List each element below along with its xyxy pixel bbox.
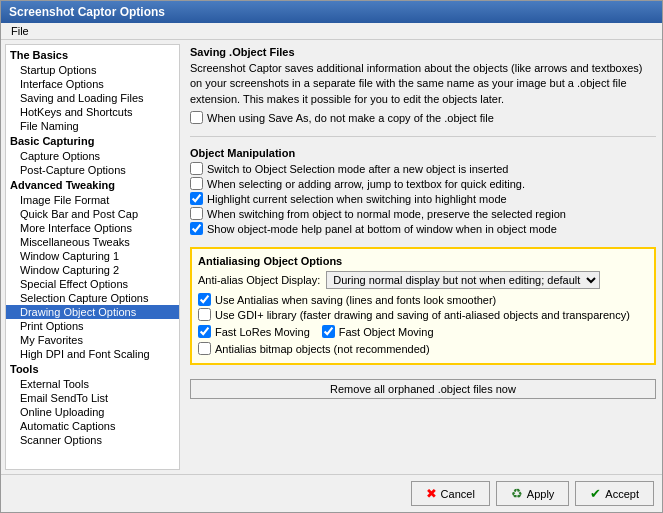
sidebar-item-interface[interactable]: Interface Options	[6, 77, 179, 91]
divider-1	[190, 136, 656, 137]
saving-description: Screenshot Captor saves additional infor…	[190, 61, 656, 107]
antialias-bitmap-checkbox[interactable]	[198, 342, 211, 355]
antialias-checkbox-label-0: Use Antialias when saving (lines and fon…	[215, 294, 496, 306]
obj-checkbox-row-2: Highlight current selection when switchi…	[190, 192, 656, 205]
title-bar: Screenshot Captor Options	[1, 1, 662, 23]
sidebar-item-more-interface[interactable]: More Interface Options	[6, 221, 179, 235]
sidebar-item-startup[interactable]: Startup Options	[6, 63, 179, 77]
fast-row: Fast LoRes Moving Fast Object Moving	[198, 323, 648, 340]
saving-section: Saving .Object Files Screenshot Captor s…	[190, 46, 656, 126]
sidebar-item-filenaming[interactable]: File Naming	[6, 119, 179, 133]
saving-checkbox-label-0: When using Save As, do not make a copy o…	[207, 112, 494, 124]
accept-icon: ✔	[590, 486, 601, 501]
fast-lores-row: Fast LoRes Moving	[198, 325, 310, 338]
sidebar-item-image-file-format[interactable]: Image File Format	[6, 193, 179, 207]
sidebar-item-hotkeys[interactable]: HotKeys and Shortcuts	[6, 105, 179, 119]
cancel-label: Cancel	[441, 488, 475, 500]
obj-checkbox-2[interactable]	[190, 192, 203, 205]
obj-checkbox-3[interactable]	[190, 207, 203, 220]
sidebar-item-scanner[interactable]: Scanner Options	[6, 433, 179, 447]
apply-button[interactable]: ♻ Apply	[496, 481, 570, 506]
sidebar-item-window-cap2[interactable]: Window Capturing 2	[6, 263, 179, 277]
obj-checkbox-1[interactable]	[190, 177, 203, 190]
obj-checkbox-label-4: Show object-mode help panel at bottom of…	[207, 223, 557, 235]
sidebar-item-saving[interactable]: Saving and Loading Files	[6, 91, 179, 105]
obj-checkbox-row-3: When switching from object to normal mod…	[190, 207, 656, 220]
sidebar-item-auto-captions[interactable]: Automatic Captions	[6, 419, 179, 433]
sidebar-item-quickbar[interactable]: Quick Bar and Post Cap	[6, 207, 179, 221]
sidebar-item-post-capture[interactable]: Post-Capture Options	[6, 163, 179, 177]
obj-checkbox-row-4: Show object-mode help panel at bottom of…	[190, 222, 656, 235]
antialias-dropdown-row: Anti-alias Object Display: During normal…	[198, 271, 648, 289]
sidebar-item-online-uploading[interactable]: Online Uploading	[6, 405, 179, 419]
object-manipulation-section: Object Manipulation Switch to Object Sel…	[190, 147, 656, 237]
section-header-advanced: Advanced Tweaking	[6, 177, 179, 193]
obj-checkbox-label-3: When switching from object to normal mod…	[207, 208, 566, 220]
sidebar-item-misc-tweaks[interactable]: Miscellaneous Tweaks	[6, 235, 179, 249]
cancel-button[interactable]: ✖ Cancel	[411, 481, 490, 506]
sidebar-item-drawing-object[interactable]: Drawing Object Options	[6, 305, 179, 319]
content-area: The Basics Startup Options Interface Opt…	[1, 40, 662, 474]
obj-checkbox-0[interactable]	[190, 162, 203, 175]
obj-checkbox-label-0: Switch to Object Selection mode after a …	[207, 163, 508, 175]
saving-title: Saving .Object Files	[190, 46, 656, 58]
sidebar-item-selection-capture[interactable]: Selection Capture Options	[6, 291, 179, 305]
section-header-tools: Tools	[6, 361, 179, 377]
title-bar-label: Screenshot Captor Options	[9, 5, 165, 19]
bottom-bar: ✖ Cancel ♻ Apply ✔ Accept	[1, 474, 662, 512]
section-header-basic-capturing: Basic Capturing	[6, 133, 179, 149]
fast-lores-checkbox[interactable]	[198, 325, 211, 338]
sidebar-item-special-effect[interactable]: Special Effect Options	[6, 277, 179, 291]
antialias-checkbox-1[interactable]	[198, 308, 211, 321]
accept-button[interactable]: ✔ Accept	[575, 481, 654, 506]
sidebar: The Basics Startup Options Interface Opt…	[5, 44, 180, 470]
sidebar-item-window-cap1[interactable]: Window Capturing 1	[6, 249, 179, 263]
antialiasing-title: Antialiasing Object Options	[198, 255, 648, 267]
obj-checkbox-4[interactable]	[190, 222, 203, 235]
antialias-bitmap-label: Antialias bitmap objects (not recommende…	[215, 343, 430, 355]
sidebar-item-capture-options[interactable]: Capture Options	[6, 149, 179, 163]
antialias-checkbox-0[interactable]	[198, 293, 211, 306]
dialog: Screenshot Captor Options File The Basic…	[0, 0, 663, 513]
fast-lores-label: Fast LoRes Moving	[215, 326, 310, 338]
saving-checkbox-0[interactable]	[190, 111, 203, 124]
antialiasing-section: Antialiasing Object Options Anti-alias O…	[190, 247, 656, 365]
antialias-checkbox-label-1: Use GDI+ library (faster drawing and sav…	[215, 309, 630, 321]
antialias-bitmap-row: Antialias bitmap objects (not recommende…	[198, 342, 648, 355]
antialias-dropdown-label: Anti-alias Object Display:	[198, 274, 320, 286]
object-manipulation-title: Object Manipulation	[190, 147, 656, 159]
cancel-icon: ✖	[426, 486, 437, 501]
obj-checkbox-row-0: Switch to Object Selection mode after a …	[190, 162, 656, 175]
main-panel: Saving .Object Files Screenshot Captor s…	[184, 40, 662, 474]
fast-object-label: Fast Object Moving	[339, 326, 434, 338]
menu-file[interactable]: File	[5, 23, 35, 39]
apply-icon: ♻	[511, 486, 523, 501]
accept-label: Accept	[605, 488, 639, 500]
sidebar-item-print[interactable]: Print Options	[6, 319, 179, 333]
apply-label: Apply	[527, 488, 555, 500]
saving-checkbox-row-0: When using Save As, do not make a copy o…	[190, 111, 656, 124]
obj-checkbox-label-1: When selecting or adding arrow, jump to …	[207, 178, 525, 190]
remove-orphaned-button[interactable]: Remove all orphaned .object files now	[190, 379, 656, 399]
sidebar-item-email-sendto[interactable]: Email SendTo List	[6, 391, 179, 405]
fast-object-row: Fast Object Moving	[322, 325, 434, 338]
section-header-basics: The Basics	[6, 47, 179, 63]
sidebar-item-external-tools[interactable]: External Tools	[6, 377, 179, 391]
antialias-checkbox-row-0: Use Antialias when saving (lines and fon…	[198, 293, 648, 306]
menu-bar: File	[1, 23, 662, 40]
obj-checkbox-row-1: When selecting or adding arrow, jump to …	[190, 177, 656, 190]
obj-checkbox-label-2: Highlight current selection when switchi…	[207, 193, 507, 205]
antialias-dropdown[interactable]: During normal display but not when editi…	[326, 271, 600, 289]
sidebar-item-high-dpi[interactable]: High DPI and Font Scaling	[6, 347, 179, 361]
fast-object-checkbox[interactable]	[322, 325, 335, 338]
antialias-checkbox-row-1: Use GDI+ library (faster drawing and sav…	[198, 308, 648, 321]
sidebar-item-my-favorites[interactable]: My Favorites	[6, 333, 179, 347]
